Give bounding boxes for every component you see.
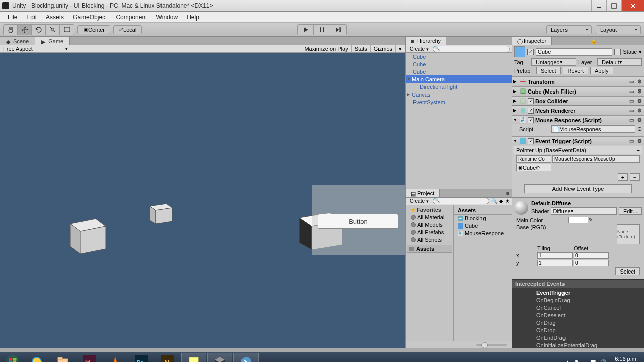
gear-icon[interactable]: ⚙ bbox=[636, 107, 643, 114]
project-create[interactable]: Create bbox=[408, 198, 431, 204]
gear-icon[interactable]: ⚙ bbox=[636, 117, 643, 124]
hand-tool[interactable] bbox=[4, 25, 18, 35]
help-icon[interactable]: ▭ bbox=[628, 88, 635, 95]
collider-enabled-checkbox[interactable]: ✓ bbox=[528, 98, 534, 104]
tray-network-icon[interactable]: ▂▄▆ bbox=[583, 359, 595, 363]
game-viewport[interactable]: Button bbox=[0, 53, 405, 348]
rect-tool[interactable] bbox=[60, 25, 74, 35]
scale-tool[interactable] bbox=[46, 25, 60, 35]
menu-component[interactable]: Component bbox=[111, 14, 151, 21]
component-eventtrigger[interactable]: ▼✓Event Trigger (Script)▭⚙ bbox=[512, 137, 644, 145]
component-meshrenderer[interactable]: ▶✓Mesh Renderer▭⚙ bbox=[512, 106, 644, 115]
eventtrigger-enabled-checkbox[interactable]: ✓ bbox=[528, 138, 534, 144]
picker-icon[interactable]: ⊙ bbox=[637, 126, 642, 132]
fav-item[interactable]: All Material bbox=[406, 214, 453, 221]
event-add[interactable]: + bbox=[618, 173, 628, 181]
gear-icon[interactable]: ⚙ bbox=[636, 88, 643, 95]
play-button[interactable] bbox=[298, 25, 314, 35]
menu-file[interactable]: File bbox=[3, 14, 22, 21]
gameobject-icon[interactable] bbox=[514, 46, 525, 57]
offset-y-input[interactable] bbox=[574, 260, 609, 266]
shader-dropdown[interactable]: Diffuse ▾ bbox=[551, 207, 616, 215]
tray-volume-icon[interactable]: 🔊 bbox=[599, 359, 606, 363]
assets-folder[interactable]: Assets bbox=[407, 245, 452, 253]
hierarchy-tab[interactable]: ≡Hierarchy bbox=[406, 37, 446, 45]
tag-dropdown[interactable]: Untagged ▾ bbox=[531, 58, 576, 66]
pivot-center[interactable]: ▣ Center bbox=[77, 25, 110, 34]
fav-item[interactable]: All Models bbox=[406, 221, 453, 229]
hierarchy-options[interactable]: ≡ bbox=[504, 38, 512, 44]
menu-window[interactable]: Window bbox=[151, 14, 182, 21]
taskbar-explorer[interactable] bbox=[50, 353, 75, 362]
active-checkbox[interactable]: ✓ bbox=[527, 49, 534, 55]
help-icon[interactable]: ▭ bbox=[628, 107, 635, 114]
fav-item[interactable]: All Prefabs bbox=[406, 229, 453, 236]
start-button[interactable] bbox=[2, 353, 23, 362]
project-search[interactable] bbox=[433, 198, 489, 204]
asset-item[interactable]: Blocking bbox=[454, 215, 512, 222]
pause-button[interactable] bbox=[314, 25, 330, 35]
project-icon-size-slider[interactable] bbox=[476, 344, 507, 346]
asset-item[interactable]: #MouseRespone bbox=[454, 230, 512, 237]
event-object-field[interactable]: ◉ Cube ⊙ bbox=[516, 164, 551, 171]
prefab-select[interactable]: Select bbox=[536, 67, 561, 74]
layers-dropdown[interactable]: Layers bbox=[546, 25, 592, 34]
hierarchy-item[interactable]: ▼Main Camera bbox=[406, 75, 512, 83]
layout-dropdown[interactable]: Layout bbox=[596, 25, 641, 34]
hierarchy-item[interactable]: Cube bbox=[406, 68, 512, 75]
component-boxcollider[interactable]: ▶✓Box Collider▭⚙ bbox=[512, 97, 644, 105]
gameobject-name-input[interactable] bbox=[536, 48, 612, 56]
add-event-type-button[interactable]: Add New Event Type bbox=[524, 184, 632, 193]
taskbar-ie[interactable] bbox=[24, 353, 49, 362]
offset-x-input[interactable] bbox=[574, 252, 609, 259]
taskbar-vlc[interactable] bbox=[103, 353, 128, 362]
tray-time[interactable]: 6:16 p.m. bbox=[610, 356, 638, 362]
hierarchy-search[interactable] bbox=[433, 46, 510, 52]
prefab-revert[interactable]: Revert bbox=[563, 67, 588, 74]
taskbar-notes[interactable] bbox=[181, 353, 206, 362]
menu-gameobject[interactable]: GameObject bbox=[68, 14, 111, 21]
inspector-tab[interactable]: ⓘInspector bbox=[512, 37, 552, 45]
help-icon[interactable]: ▭ bbox=[628, 117, 635, 124]
menu-help[interactable]: Help bbox=[182, 14, 204, 21]
event-remove-list[interactable]: − bbox=[630, 173, 640, 181]
search-label-icon[interactable]: ★ bbox=[505, 198, 510, 204]
hierarchy-item[interactable]: Cube bbox=[406, 53, 512, 60]
move-tool[interactable] bbox=[18, 25, 32, 35]
window-minimize[interactable] bbox=[591, 0, 606, 11]
event-runtime-dropdown[interactable]: Runtime Co bbox=[516, 155, 551, 163]
gizmos-toggle[interactable]: Gizmos bbox=[370, 45, 395, 52]
shader-edit-button[interactable]: Edit... bbox=[619, 207, 642, 215]
help-icon[interactable]: ▭ bbox=[628, 138, 635, 145]
tiling-y-input[interactable] bbox=[537, 260, 573, 266]
renderer-enabled-checkbox[interactable]: ✓ bbox=[528, 108, 534, 114]
hierarchy-item[interactable]: Directional light bbox=[406, 83, 512, 90]
tiling-x-input[interactable] bbox=[537, 252, 573, 259]
prefab-apply[interactable]: Apply bbox=[590, 67, 613, 74]
menu-assets[interactable]: Assets bbox=[41, 14, 68, 21]
component-mousescript[interactable]: ▼#✓Mouse Respones (Script)▭⚙ bbox=[512, 116, 644, 124]
search-type-icon[interactable]: ◆ bbox=[499, 198, 503, 204]
tray-arrow-icon[interactable]: ▲ bbox=[565, 359, 570, 362]
tab-game[interactable]: ▶Game bbox=[35, 37, 70, 45]
favorites-header[interactable]: ★Favorites bbox=[406, 206, 453, 214]
texture-slot[interactable]: None (Texture) bbox=[617, 224, 640, 244]
asset-item[interactable]: Cube bbox=[454, 222, 512, 230]
hierarchy-item[interactable]: Cube bbox=[406, 60, 512, 68]
taskbar-illustrator[interactable]: Ai bbox=[155, 353, 180, 362]
help-icon[interactable]: ▭ bbox=[628, 78, 635, 85]
event-function-dropdown[interactable]: MouseRespones.MouseUp bbox=[552, 155, 640, 163]
tray-flag-icon[interactable]: ⚑ bbox=[574, 359, 579, 363]
gear-icon[interactable]: ⚙ bbox=[636, 78, 643, 85]
eyedropper-icon[interactable]: ✎ bbox=[588, 217, 640, 223]
window-maximize[interactable] bbox=[606, 0, 621, 11]
taskbar-indesign[interactable]: Id bbox=[76, 353, 102, 362]
help-icon[interactable]: ▭ bbox=[628, 98, 635, 105]
script-enabled-checkbox[interactable]: ✓ bbox=[528, 117, 534, 123]
stats-toggle[interactable]: Stats bbox=[351, 45, 370, 52]
fav-item[interactable]: All Scripts bbox=[406, 236, 453, 244]
rotate-tool[interactable] bbox=[32, 25, 46, 35]
step-button[interactable] bbox=[330, 25, 346, 35]
inspector-options[interactable]: ≡ bbox=[636, 38, 644, 44]
gear-icon[interactable]: ⚙ bbox=[636, 138, 643, 145]
